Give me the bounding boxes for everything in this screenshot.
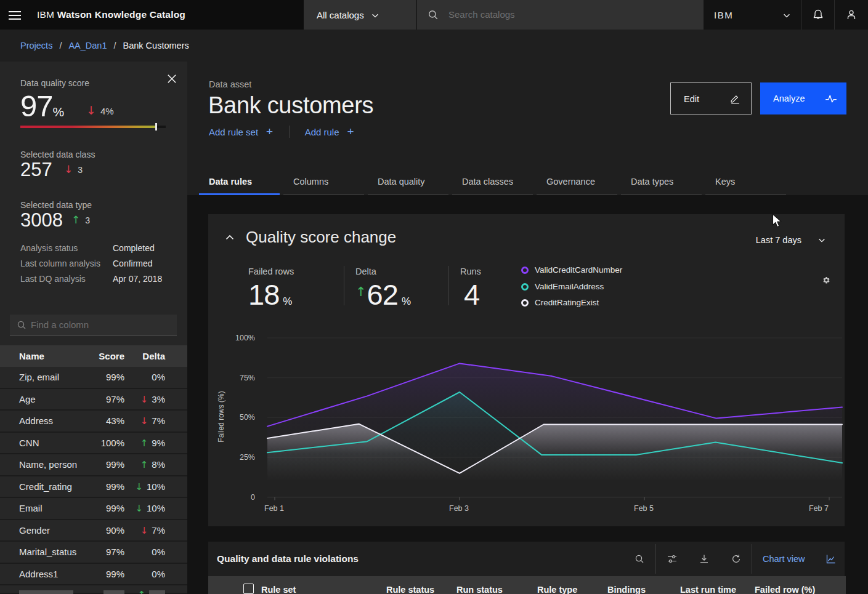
y-tick-label: 0 xyxy=(223,493,255,502)
hamburger-menu-icon[interactable] xyxy=(9,9,21,21)
quality-score-gradient-bar xyxy=(20,126,166,128)
data-class-label: Selected data class xyxy=(20,150,95,159)
column-delta: ↓3% xyxy=(140,394,165,405)
asset-type-label: Data asset xyxy=(209,79,251,89)
y-tick-label: 75% xyxy=(223,374,255,382)
notifications-bell-icon[interactable] xyxy=(812,9,824,21)
global-search[interactable]: Search catalogs xyxy=(416,0,704,30)
violations-column-header[interactable]: Rule set xyxy=(261,585,296,594)
column-score: 43% xyxy=(106,415,124,426)
arrow-up-icon: ↑ xyxy=(71,214,80,226)
data-class-stat: 257 ↓3 xyxy=(20,159,52,181)
column-name: Credit_rating xyxy=(19,481,72,492)
tab-keys[interactable]: Keys xyxy=(705,175,786,195)
breadcrumb-current: Bank Customers xyxy=(123,41,189,50)
actions-divider xyxy=(289,126,290,138)
filter-settings-adjust-icon[interactable] xyxy=(667,554,677,564)
chart-line-icon[interactable] xyxy=(826,554,836,564)
tab-data-rules[interactable]: Data rules xyxy=(199,175,280,195)
meta-row: Analysis statusCompleted xyxy=(20,243,168,259)
app-title: IBM Watson Knowledge Catalog xyxy=(37,0,185,30)
violations-column-header[interactable]: Last run time xyxy=(680,585,736,594)
tab-columns[interactable]: Columns xyxy=(283,175,364,195)
column-header-score[interactable]: Score xyxy=(99,351,124,361)
analyze-button[interactable]: Analyze xyxy=(760,82,846,114)
meta-value: Completed xyxy=(113,243,155,253)
breadcrumb-link-project[interactable]: AA_Dan1 xyxy=(68,41,107,50)
chart-view-toggle[interactable]: Chart view xyxy=(763,554,805,564)
download-icon[interactable] xyxy=(699,554,709,564)
arrow-down-icon: ↓ xyxy=(64,163,73,175)
column-header-name[interactable]: Name xyxy=(19,351,44,361)
column-name: Marital_status xyxy=(19,547,76,557)
column-row[interactable]: Address43%↓7% xyxy=(0,411,187,433)
page-title: Bank customers xyxy=(208,92,373,119)
add-rule-link[interactable]: Add rule+ xyxy=(305,127,354,137)
y-tick-label: 50% xyxy=(223,413,255,422)
column-header-delta[interactable]: Delta xyxy=(142,351,165,361)
search-icon[interactable] xyxy=(635,554,644,564)
tab-data-types[interactable]: Data types xyxy=(621,175,702,195)
tab-governance[interactable]: Governance xyxy=(537,175,617,195)
chevron-down-icon xyxy=(371,11,379,20)
column-row[interactable]: CNN100%↑9% xyxy=(0,433,187,455)
violations-table-header: Rule setRule statusRun statusRule typeBi… xyxy=(208,576,846,594)
column-row[interactable]: Marital_status97%0% xyxy=(0,542,187,564)
column-delta: ↓10% xyxy=(135,481,165,492)
column-row[interactable]: Email99%↓10% xyxy=(0,498,187,520)
x-tick-label: Feb 1 xyxy=(264,504,284,513)
edit-button[interactable]: Edit xyxy=(670,82,752,114)
column-delta: ↑9% xyxy=(140,438,165,449)
column-row[interactable]: Credit_rating99%↓10% xyxy=(0,476,187,499)
chevron-down-icon[interactable] xyxy=(782,11,791,20)
breadcrumb-separator: / xyxy=(59,41,62,50)
column-delta: ↑8% xyxy=(140,459,165,470)
x-tick-label: Feb 3 xyxy=(449,504,469,513)
violations-column-header[interactable]: Run status xyxy=(456,585,503,594)
toolbar-divider xyxy=(655,544,656,574)
tab-data-classes[interactable]: Data classes xyxy=(452,175,533,195)
column-score: 97% xyxy=(106,547,124,557)
toolbar-divider xyxy=(752,544,752,574)
breadcrumb-separator: / xyxy=(114,41,116,50)
plus-icon: + xyxy=(266,125,273,138)
search-placeholder: Search catalogs xyxy=(448,9,515,20)
add-rule-set-link[interactable]: Add rule set+ xyxy=(209,127,273,137)
account-menu-label[interactable]: IBM xyxy=(714,10,733,20)
quality-score-delta: ↓4% xyxy=(86,103,114,117)
breadcrumb-link-projects[interactable]: Projects xyxy=(20,41,52,50)
column-score: 100% xyxy=(101,438,124,448)
select-all-checkbox[interactable] xyxy=(243,584,254,594)
violations-column-header[interactable]: Rule status xyxy=(386,585,434,594)
reset-refresh-icon[interactable] xyxy=(731,554,741,564)
tab-data-quality[interactable]: Data quality xyxy=(368,175,448,195)
arrow-up-icon: ↑ xyxy=(140,459,148,470)
meta-row: Last column analysisConfirmed xyxy=(20,259,168,274)
column-row[interactable]: Zip, email99%0% xyxy=(0,367,187,389)
find-column-search[interactable]: Find a colomn xyxy=(10,315,177,335)
column-delta: 0% xyxy=(152,569,165,579)
violations-column-header[interactable]: Failed row (%) xyxy=(755,585,815,594)
column-delta: ↓7% xyxy=(140,525,165,536)
violations-column-header[interactable]: Bindings xyxy=(607,585,646,594)
top-navigation-bar: IBM Watson Knowledge Catalog All catalog… xyxy=(0,0,868,30)
column-row[interactable]: Gender90%↓7% xyxy=(0,520,187,542)
close-icon[interactable] xyxy=(166,73,177,84)
quality-score-value: 97% xyxy=(20,89,64,123)
column-score: 90% xyxy=(106,525,124,536)
violations-column-header[interactable]: Rule type xyxy=(537,585,577,594)
column-row[interactable]: Address199%0% xyxy=(0,564,187,586)
column-row[interactable]: Age97%↓3% xyxy=(0,389,187,411)
score-marker-tick xyxy=(155,123,157,130)
user-avatar-icon[interactable] xyxy=(845,9,858,21)
catalogs-dropdown[interactable]: All catalogs xyxy=(304,0,416,30)
asset-header: Data asset Bank customers Add rule set+ … xyxy=(187,62,868,195)
violations-toolbar: Quality and data rule violations Chart v… xyxy=(208,542,845,576)
column-row[interactable]: Name, person99%↑8% xyxy=(0,454,187,476)
column-row-partial[interactable]: ↑ xyxy=(0,585,187,594)
column-delta: ↓10% xyxy=(135,503,165,514)
column-delta: 0% xyxy=(152,547,165,557)
quality-score-change-card: Quality score change Last 7 days Failed … xyxy=(208,214,845,526)
meta-label: Analysis status xyxy=(20,243,78,253)
asset-actions: Add rule set+ Add rule+ xyxy=(209,125,354,140)
